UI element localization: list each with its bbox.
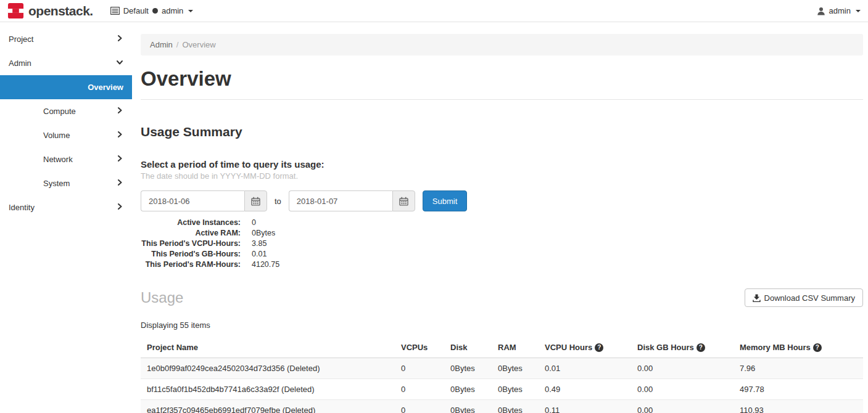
stat-label: This Period's RAM-Hours: (141, 260, 241, 270)
chevron-right-icon (116, 35, 123, 44)
brand-text: openstack. (28, 4, 93, 18)
calendar-icon[interactable] (244, 190, 267, 211)
cell-vcpus: 0 (395, 379, 444, 400)
date-from-group (141, 190, 267, 211)
user-menu[interactable]: admin (817, 6, 861, 15)
col-vcpus[interactable]: VCPUs (395, 337, 444, 358)
context-switcher[interactable]: Default admin (110, 6, 194, 15)
context-domain: Default (123, 6, 149, 15)
stat-label: This Period's VCPU-Hours: (141, 239, 241, 249)
sidebar-item-admin[interactable]: Admin (0, 51, 132, 75)
sidebar-item-label: Network (43, 155, 73, 164)
cell-ram: 0Bytes (492, 358, 539, 379)
col-memory-mb-hours[interactable]: Memory MB Hours? (734, 337, 863, 358)
cell-memory-mb-hours: 7.96 (734, 358, 863, 379)
sidebar-item-label: Admin (9, 59, 31, 68)
help-icon[interactable]: ? (595, 343, 603, 352)
chevron-right-icon (116, 203, 123, 212)
top-navbar: openstack. Default admin admin (0, 0, 868, 22)
cell-disk-gb-hours: 0.00 (631, 400, 734, 413)
cell-project-name: 1e0b0f99af0249cea24502034d73d356 (Delete… (141, 358, 395, 379)
download-csv-label: Download CSV Summary (764, 293, 855, 303)
sidebar-item-compute[interactable]: Compute (0, 99, 132, 123)
user-icon (817, 7, 825, 15)
stat-active-instances: Active Instances: 0 (141, 218, 863, 228)
chevron-down-icon (116, 59, 123, 68)
sidebar-item-label: System (43, 179, 70, 188)
help-icon[interactable]: ? (813, 343, 822, 352)
cell-vcpu-hours: 0.11 (539, 400, 631, 413)
caret-down-icon (856, 10, 861, 12)
cell-vcpu-hours: 0.49 (539, 379, 631, 400)
breadcrumb-current: Overview (182, 40, 215, 49)
date-to-group (289, 190, 415, 211)
sidebar: Project Admin Overview Compute Volume (0, 22, 132, 413)
items-count: Displaying 55 items (141, 321, 863, 330)
cell-disk: 0Bytes (444, 400, 492, 413)
sidebar-item-overview[interactable]: Overview (0, 75, 132, 99)
page-title: Overview (141, 67, 863, 91)
caret-down-icon (188, 10, 193, 12)
col-disk-gb-hours[interactable]: Disk GB Hours? (631, 337, 734, 358)
col-ram[interactable]: RAM (492, 337, 539, 358)
help-icon[interactable]: ? (696, 343, 705, 352)
col-project-name[interactable]: Project Name (141, 337, 395, 358)
col-vcpu-hours[interactable]: VCPU Hours? (539, 337, 631, 358)
stat-label: Active Instances: (141, 218, 241, 228)
date-format-hint: The date should be in YYYY-MM-DD format. (141, 171, 863, 181)
table-row: ea1f2f357c09465eb6991edf7079efbe (Delete… (141, 400, 863, 413)
chevron-right-icon (116, 179, 123, 188)
download-csv-button[interactable]: Download CSV Summary (745, 288, 863, 307)
usage-summary-heading: Usage Summary (141, 125, 863, 139)
context-separator-dot-icon (152, 8, 158, 14)
openstack-logo-icon (7, 2, 24, 19)
cell-memory-mb-hours: 110.93 (734, 400, 863, 413)
sidebar-item-label: Identity (9, 203, 35, 212)
stat-label: This Period's GB-Hours: (141, 249, 241, 260)
cell-disk: 0Bytes (444, 358, 492, 379)
sidebar-item-label: Project (9, 35, 33, 44)
cell-vcpus: 0 (395, 358, 444, 379)
col-disk[interactable]: Disk (444, 337, 492, 358)
sidebar-item-project[interactable]: Project (0, 27, 132, 51)
sidebar-item-label: Volume (43, 131, 70, 140)
sidebar-item-volume[interactable]: Volume (0, 123, 132, 147)
openstack-brand[interactable]: openstack. (7, 2, 93, 19)
cell-project-name: bf11c5fa0f1b452db4b7741a6c33a92f (Delete… (141, 379, 395, 400)
stat-value: 0 (252, 218, 256, 228)
submit-button[interactable]: Submit (423, 190, 467, 211)
panel-list-icon (110, 7, 120, 15)
download-icon (753, 294, 761, 302)
breadcrumb-admin[interactable]: Admin (150, 40, 173, 49)
cell-vcpu-hours: 0.01 (539, 358, 631, 379)
stat-ram-hours: This Period's RAM-Hours: 4120.75 (141, 260, 863, 270)
sidebar-item-system[interactable]: System (0, 171, 132, 195)
usage-table: Project Name VCPUs Disk RAM VCPU Hours? … (141, 337, 863, 413)
date-to-input[interactable] (289, 190, 392, 211)
cell-disk: 0Bytes (444, 379, 492, 400)
stat-gb-hours: This Period's GB-Hours: 0.01 (141, 249, 863, 260)
breadcrumb: Admin/Overview (141, 34, 863, 55)
cell-disk-gb-hours: 0.00 (631, 358, 734, 379)
period-prompt: Select a period of time to query its usa… (141, 159, 863, 170)
cell-vcpus: 0 (395, 400, 444, 413)
stat-vcpu-hours: This Period's VCPU-Hours: 3.85 (141, 239, 863, 249)
stat-label: Active RAM: (141, 228, 241, 239)
sidebar-item-identity[interactable]: Identity (0, 195, 132, 219)
cell-project-name: ea1f2f357c09465eb6991edf7079efbe (Delete… (141, 400, 395, 413)
calendar-icon[interactable] (392, 190, 415, 211)
context-project: admin (162, 6, 183, 15)
date-from-input[interactable] (141, 190, 244, 211)
sidebar-item-label: Overview (88, 83, 123, 92)
breadcrumb-separator: / (176, 40, 179, 49)
cell-ram: 0Bytes (492, 379, 539, 400)
sidebar-item-label: Compute (43, 107, 76, 116)
table-row: bf11c5fa0f1b452db4b7741a6c33a92f (Delete… (141, 379, 863, 400)
stat-active-ram: Active RAM: 0Bytes (141, 228, 863, 239)
user-name: admin (829, 6, 851, 15)
chevron-right-icon (116, 155, 123, 164)
sidebar-item-network[interactable]: Network (0, 147, 132, 171)
stat-value: 0.01 (252, 249, 267, 260)
stat-value: 4120.75 (252, 260, 279, 270)
cell-memory-mb-hours: 497.78 (734, 379, 863, 400)
